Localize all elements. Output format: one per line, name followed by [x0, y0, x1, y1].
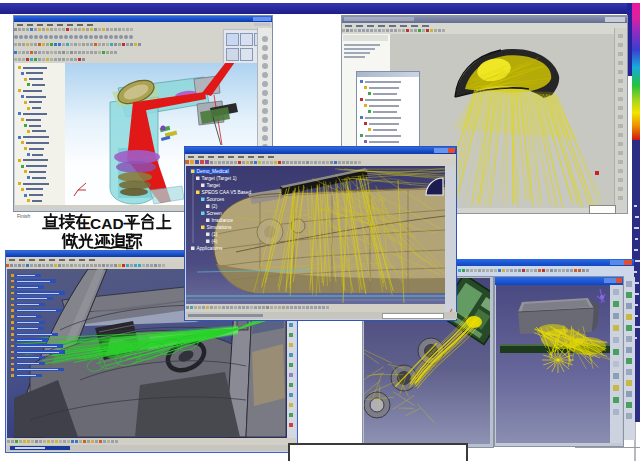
- svg-text:CAD: CAD: [90, 215, 124, 232]
